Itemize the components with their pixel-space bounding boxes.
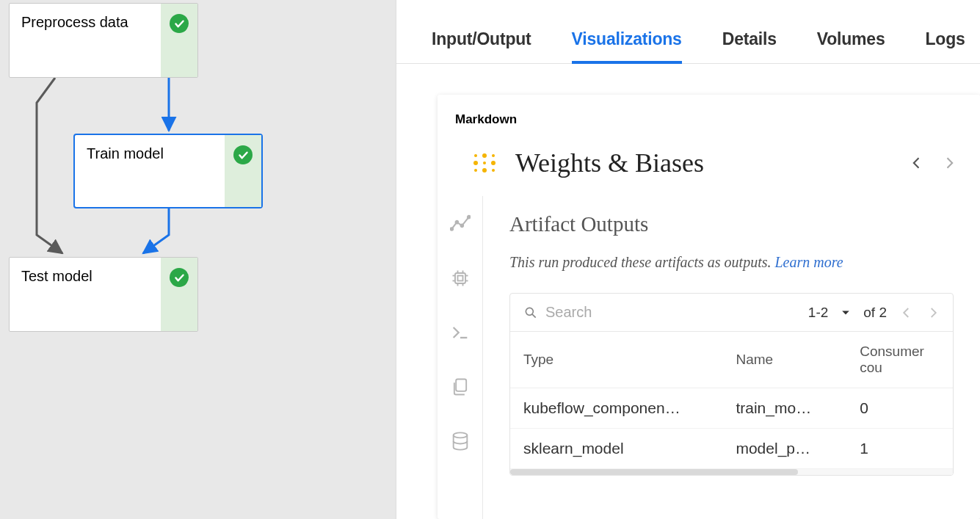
horizontal-scrollbar[interactable]: [510, 469, 953, 475]
files-icon[interactable]: [450, 377, 471, 397]
pipeline-graph-panel: Preprocess data Train model Test model: [0, 0, 396, 519]
cell-consumer: 0: [846, 388, 953, 429]
viz-card-title: Markdown: [438, 95, 980, 142]
node-preprocess-data[interactable]: Preprocess data: [9, 3, 198, 78]
tab-details[interactable]: Details: [722, 29, 777, 63]
table-row[interactable]: sklearn_model model_p… 1: [510, 429, 953, 469]
tab-input-output[interactable]: Input/Output: [432, 29, 531, 63]
status-success-icon: [233, 145, 253, 164]
node-status-strip: [225, 135, 261, 207]
svg-rect-24: [456, 380, 466, 391]
search-wrap: [523, 304, 799, 321]
visualization-card: Markdown Weights & Biases: [438, 95, 980, 519]
svg-point-7: [491, 161, 496, 165]
wandb-logo-icon: [471, 150, 498, 176]
svg-point-2: [474, 169, 477, 172]
section-title: Artifact Outputs: [509, 212, 954, 236]
cpu-chip-icon[interactable]: [450, 268, 471, 288]
cell-consumer: 1: [846, 429, 953, 469]
svg-point-11: [460, 225, 463, 228]
svg-point-6: [492, 154, 495, 157]
search-icon: [523, 305, 538, 320]
cell-type: sklearn_model: [510, 429, 722, 469]
caret-down-icon[interactable]: [841, 308, 850, 317]
svg-point-26: [526, 308, 533, 315]
node-label: Train model: [75, 135, 225, 207]
svg-line-27: [532, 314, 536, 318]
node-train-model[interactable]: Train model: [73, 134, 263, 208]
svg-point-5: [482, 168, 487, 173]
viz-header-title: Weights & Biases: [515, 148, 892, 178]
col-consumer[interactable]: Consumer cou: [846, 332, 953, 388]
table-toolbar: 1-2 of 2: [510, 294, 953, 332]
svg-point-0: [474, 154, 477, 157]
cell-name: model_p…: [722, 429, 846, 469]
svg-point-25: [453, 432, 467, 438]
scrollbar-thumb[interactable]: [510, 469, 798, 475]
detail-tabs: Input/Output Visualizations Details Volu…: [396, 0, 980, 64]
pager-range: 1-2: [808, 305, 828, 321]
svg-point-1: [473, 161, 478, 165]
viz-nav-arrows: [910, 156, 962, 170]
section-desc: This run produced these artifacts as out…: [509, 254, 954, 271]
pager-prev-icon[interactable]: [900, 306, 913, 319]
viz-header: Weights & Biases: [438, 142, 980, 196]
viz-content: Artifact Outputs This run produced these…: [483, 196, 980, 519]
viz-sidebar: [438, 196, 483, 519]
svg-rect-14: [457, 276, 462, 281]
tab-visualizations[interactable]: Visualizations: [572, 29, 682, 64]
detail-panel: Input/Output Visualizations Details Volu…: [396, 0, 980, 519]
viz-body: Artifact Outputs This run produced these…: [438, 196, 980, 519]
svg-point-12: [467, 216, 470, 219]
table-header-row: Type Name Consumer cou: [510, 332, 953, 388]
artifact-search-input[interactable]: [545, 304, 678, 321]
svg-point-9: [450, 228, 453, 231]
svg-point-8: [492, 169, 495, 172]
viz-prev-icon[interactable]: [910, 156, 924, 170]
status-success-icon: [170, 268, 189, 287]
node-test-model[interactable]: Test model: [9, 257, 198, 332]
node-label: Test model: [10, 258, 161, 331]
tab-volumes[interactable]: Volumes: [817, 29, 885, 63]
pager: 1-2 of 2: [808, 305, 940, 321]
pager-of: of 2: [863, 305, 887, 321]
node-status-strip: [161, 4, 197, 77]
artifact-table-wrap: 1-2 of 2 Type Name: [509, 293, 954, 476]
cell-type: kubeflow_componen…: [510, 388, 722, 429]
svg-point-3: [482, 153, 487, 158]
database-icon[interactable]: [450, 431, 471, 451]
svg-rect-13: [455, 273, 465, 283]
col-name[interactable]: Name: [722, 332, 846, 388]
section-desc-text: This run produced these artifacts as out…: [509, 254, 774, 270]
terminal-icon[interactable]: [450, 322, 471, 343]
chart-line-icon[interactable]: [450, 214, 471, 234]
col-type[interactable]: Type: [510, 332, 722, 388]
viz-next-icon[interactable]: [942, 156, 957, 170]
cell-name: train_mo…: [722, 388, 846, 429]
node-label: Preprocess data: [10, 4, 161, 77]
svg-point-4: [483, 161, 486, 164]
pager-next-icon[interactable]: [926, 306, 940, 319]
learn-more-link[interactable]: Learn more: [774, 254, 843, 270]
tab-logs[interactable]: Logs: [926, 29, 965, 63]
node-status-strip: [161, 258, 197, 331]
status-success-icon: [170, 14, 189, 33]
svg-point-10: [455, 221, 458, 224]
artifact-table: Type Name Consumer cou kubeflow_componen…: [510, 332, 953, 469]
table-row[interactable]: kubeflow_componen… train_mo… 0: [510, 388, 953, 429]
